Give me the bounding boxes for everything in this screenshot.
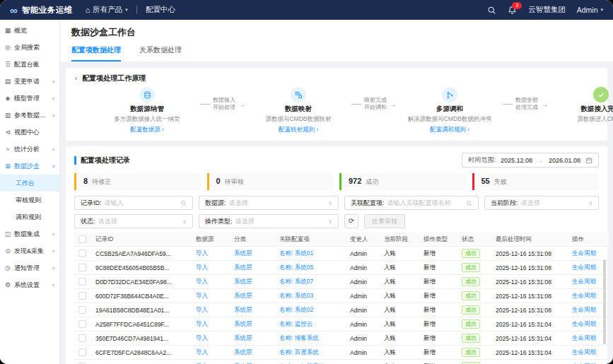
row-checkbox[interactable] (78, 292, 86, 300)
lifecycle-link[interactable]: 生命周期 (572, 278, 596, 285)
stat-value: 972 (349, 177, 361, 185)
sidebar-item-system-settings[interactable]: ⚙系统设置∨ (0, 276, 59, 293)
category-link[interactable]: 系统层 (234, 348, 252, 356)
sidebar-item-global-search[interactable]: ◎全局搜索 (0, 39, 59, 56)
op-type-cell: 新增 (419, 247, 457, 261)
column-header: 最后处理时间 (491, 233, 568, 247)
time-range-picker[interactable]: 时间范围: 2025.12.08 → 2026.01.08 (462, 153, 599, 168)
record-id-filter[interactable]: 记录ID: 请输入 (74, 196, 193, 210)
sidebar-item-workbench[interactable]: 工作台 (0, 175, 59, 192)
lifecycle-link[interactable]: 生命周期 (572, 348, 596, 356)
lifecycle-link[interactable]: 生命周期 (572, 292, 596, 299)
tab-relation-processing[interactable]: 关系数据处理 (139, 45, 182, 61)
sidebar: ▦概览◎全局搜索☰配置台账▤变更申请∨◈模型管理∨▥参考数据管理∨⊲视图中心≈统… (0, 20, 60, 364)
company-name: 云智慧集团 (528, 5, 566, 15)
search-icon[interactable] (487, 6, 496, 15)
datasource-filter[interactable]: 数据源: 请选择 ∨ (199, 196, 339, 210)
sidebar-item-statistics-analysis[interactable]: ≈统计分析∨ (0, 141, 59, 158)
related-ci-link[interactable]: 名称: 百度系统 (279, 348, 319, 356)
select-all-checkbox[interactable] (78, 235, 86, 243)
related-ci-link[interactable]: 名称: 系统01 (279, 249, 313, 257)
refresh-button[interactable]: ⟳ (344, 214, 358, 228)
category-link[interactable]: 系统层 (234, 306, 252, 313)
datasource-link[interactable]: 导入 (196, 264, 208, 271)
sidebar-item-change-request[interactable]: ▤变更申请∨ (0, 73, 59, 90)
sidebar-item-config-ledger[interactable]: ☰配置台账 (0, 56, 59, 73)
table-row: 898E9CCDBFC641FCB07...导入系统层名称: 云智慧系统Admi… (74, 360, 609, 364)
related-ci-link[interactable]: 名称: 系统05 (279, 264, 313, 271)
lifecycle-link[interactable]: 生命周期 (572, 264, 596, 271)
main-content: 数据沙盒工作台 配置项数据处理 关系数据处理 ∨ 配置项处理工作原理 数据源纳管… (60, 20, 613, 364)
lifecycle-link[interactable]: 生命周期 (572, 249, 596, 257)
stage-filter[interactable]: 当前阶段: 请选择 ∨ (484, 196, 599, 210)
category-link[interactable]: 系统层 (234, 320, 252, 327)
datasource-link[interactable]: 导入 (196, 320, 208, 327)
datasource-link[interactable]: 导入 (196, 334, 208, 341)
column-header: 记录ID (91, 233, 192, 247)
bell-icon[interactable]: 3 (508, 6, 517, 15)
row-checkbox[interactable] (78, 278, 86, 286)
sidebar-item-reconcile-rules[interactable]: 调和规则 (0, 209, 59, 225)
datasource-link[interactable]: 导入 (196, 278, 208, 285)
stage-cell: 入账 (380, 247, 419, 261)
sidebar-item-discovery-collection[interactable]: ⊙发现&采集∨ (0, 242, 59, 259)
datasource-link[interactable]: 导入 (196, 306, 208, 313)
chevron-icon: ∨ (52, 266, 55, 270)
category-link[interactable]: 系统层 (234, 249, 252, 257)
view-center-icon: ⊲ (4, 129, 11, 136)
sidebar-item-label: 统计分析 (14, 145, 40, 154)
all-products-menu[interactable]: ⌂ 所有产品 ▾ (86, 5, 128, 15)
datasource-link[interactable]: 导入 (196, 292, 208, 299)
datasource-link[interactable]: 导入 (196, 348, 208, 356)
chevron-icon: ∨ (52, 79, 55, 83)
row-checkbox[interactable] (78, 264, 86, 271)
sidebar-item-overview[interactable]: ▦概览 (0, 22, 59, 39)
record-id-cell: D0D7D32DCAE34E0FA98... (91, 275, 192, 289)
row-checkbox[interactable] (78, 306, 86, 314)
tab-config-item-processing[interactable]: 配置项数据处理 (71, 45, 121, 61)
status-badge: 成功 (462, 291, 480, 300)
chevron-down-icon: ∨ (328, 200, 332, 206)
all-products-label: 所有产品 (93, 5, 122, 15)
related-ci-link[interactable]: 名称: 监控云 (279, 320, 313, 327)
sidebar-item-data-sandbox[interactable]: ⊞数据沙盒∨ (0, 158, 59, 175)
row-checkbox[interactable] (78, 348, 86, 356)
sidebar-item-audit-rules[interactable]: 审核规则 (0, 192, 59, 209)
row-checkbox[interactable] (78, 320, 86, 328)
configure-datasource-link[interactable]: 配置数据源 › (94, 126, 200, 134)
category-link[interactable]: 系统层 (234, 292, 252, 299)
statistics-analysis-icon: ≈ (4, 146, 11, 153)
sidebar-item-data-integration[interactable]: ◫数据集成∨ (0, 225, 59, 242)
category-link[interactable]: 系统层 (234, 264, 252, 271)
related-ci-filter[interactable]: 关联配置项: 请输入关联配置项名称 (344, 196, 479, 210)
op-type-cell: 新增 (419, 261, 457, 275)
notification-badge: 3 (512, 2, 522, 9)
configure-reconcile-rules-link[interactable]: 配置调和规则 › (397, 126, 503, 134)
related-ci-link[interactable]: 名称: 系统03 (279, 292, 313, 299)
op-type-filter[interactable]: 操作类型: 请选择 ∨ (199, 214, 339, 228)
category-link[interactable]: 系统层 (234, 334, 252, 341)
user-menu[interactable]: Admin ▾ (577, 6, 603, 14)
lifecycle-link[interactable]: 生命周期 (572, 320, 596, 327)
scrollbar[interactable] (603, 259, 606, 344)
lifecycle-link[interactable]: 生命周期 (572, 306, 596, 313)
related-ci-link[interactable]: 名称: 系统07 (279, 278, 313, 285)
config-center-link[interactable]: 配置中心 (146, 5, 175, 15)
workflow-title: 配置项处理工作原理 (82, 74, 146, 83)
configure-mapping-rules-link[interactable]: 配置映射规则 › (245, 126, 351, 134)
status-filter[interactable]: 状态: 请选择 ∨ (74, 214, 193, 228)
lifecycle-link[interactable]: 生命周期 (572, 334, 596, 341)
workflow-header[interactable]: ∨ 配置项处理工作原理 (74, 74, 599, 83)
sidebar-item-notification-management[interactable]: ◷通知管理∨ (0, 259, 59, 276)
sidebar-item-reference-data-management[interactable]: ▥参考数据管理∨ (0, 107, 59, 124)
datasource-link[interactable]: 导入 (196, 249, 208, 257)
category-link[interactable]: 系统层 (234, 278, 252, 285)
row-checkbox[interactable] (78, 249, 86, 257)
sidebar-item-view-center[interactable]: ⊲视图中心 (0, 124, 59, 141)
changer-cell: Admin (346, 360, 380, 364)
related-ci-link[interactable]: 名称: 博客系统 (279, 334, 319, 341)
related-ci-link[interactable]: 名称: 系统02 (279, 306, 313, 313)
batch-review-button[interactable]: 批量审核 (364, 214, 405, 228)
sidebar-item-model-management[interactable]: ◈模型管理∨ (0, 90, 59, 107)
row-checkbox[interactable] (78, 334, 86, 342)
